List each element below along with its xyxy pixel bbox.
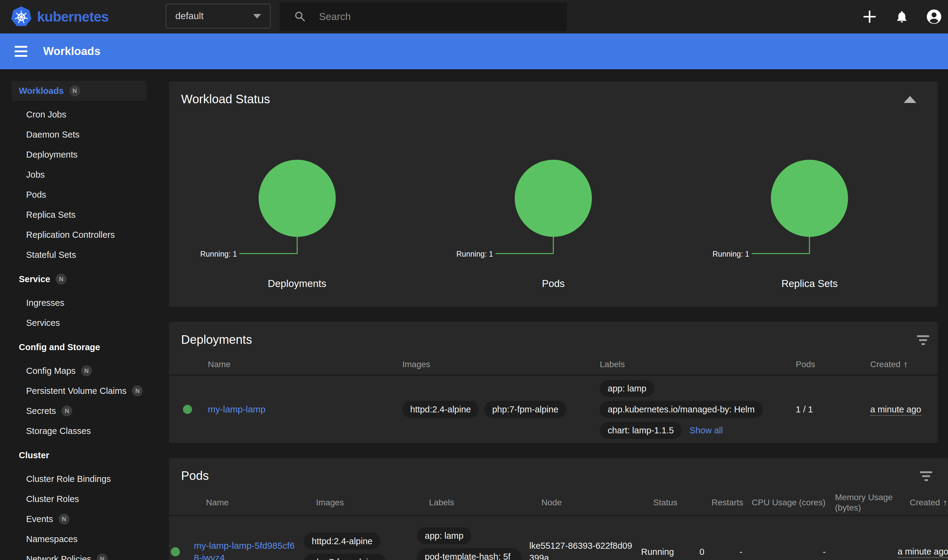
sidebar-item-persistent-volume-claims[interactable]: Persistent Volume ClaimsN: [0, 381, 158, 401]
sidebar-item-label: Persistent Volume Claims: [26, 386, 126, 396]
label-chip: pod-template-hash: 5fd985cf68: [417, 548, 521, 560]
sidebar-item-label: Cluster: [19, 450, 49, 460]
kubernetes-brand[interactable]: kubernetes: [11, 0, 108, 34]
sidebar-item-label: Jobs: [26, 170, 45, 180]
new-resource-badge: N: [132, 385, 143, 396]
column-header-memory[interactable]: Memory Usage (bytes): [835, 492, 910, 513]
deployment-name-link[interactable]: my-lamp-lamp: [208, 403, 275, 415]
pie-slice-label: Running: 1: [456, 250, 493, 258]
sidebar-item-config-and-storage[interactable]: Config and Storage: [0, 337, 158, 357]
memory-usage-cell: -: [823, 546, 897, 558]
sidebar-item-daemon-sets[interactable]: Daemon Sets: [0, 125, 158, 145]
user-avatar-icon[interactable]: [926, 9, 942, 25]
sidebar-item-services[interactable]: Services: [0, 313, 158, 333]
header-actions: [862, 0, 942, 34]
image-chip: php:7-fpm-alpine: [304, 554, 386, 560]
sidebar-item-replica-sets[interactable]: Replica Sets: [0, 205, 158, 225]
deployments-card-title: Deployments: [169, 322, 938, 354]
sidebar-item-label: Service: [19, 274, 50, 284]
workload-status-title: Workload Status: [169, 82, 938, 113]
workload-status-charts: Running: 1 Deployments Running: 1 Pods: [169, 159, 938, 289]
sidebar-item-label: Workloads: [19, 86, 64, 96]
column-header-created[interactable]: Created↑: [910, 497, 948, 508]
notifications-bell-icon[interactable]: [894, 9, 910, 25]
sidebar-item-label: Cluster Roles: [26, 494, 79, 504]
sidebar-item-deployments[interactable]: Deployments: [0, 145, 158, 165]
running-status-dot: [183, 405, 192, 414]
sidebar-item-label: Pods: [26, 190, 46, 200]
sidebar-item-pods[interactable]: Pods: [0, 185, 158, 205]
page-title: Workloads: [43, 45, 100, 58]
filter-icon[interactable]: [920, 471, 932, 481]
top-app-bar: kubernetes default: [0, 0, 948, 34]
sidebar-item-workloads[interactable]: WorkloadsN: [12, 81, 146, 101]
sidebar-item-network-policies[interactable]: Network PoliciesN: [0, 549, 158, 560]
pod-table-row: my-lamp-lamp-5fd985cf68-jwvz4 httpd:2.4-…: [169, 516, 948, 560]
column-header-created[interactable]: Created↑: [870, 359, 938, 369]
sidebar-item-replication-controllers[interactable]: Replication Controllers: [0, 225, 158, 245]
image-chip: php:7-fpm-alpine: [484, 401, 566, 418]
chart-title: Pods: [425, 278, 681, 289]
deployment-table-row: my-lamp-lamp httpd:2.4-alpine php:7-fpm-…: [169, 376, 938, 444]
sidebar-item-storage-classes[interactable]: Storage Classes: [0, 421, 158, 441]
sidebar-item-label: Secrets: [26, 406, 56, 416]
sidebar-item-cron-jobs[interactable]: Cron Jobs: [0, 105, 158, 125]
sidebar-item-secrets[interactable]: SecretsN: [0, 401, 158, 421]
pie-chart-svg: Running: 1: [450, 159, 657, 268]
column-header-images[interactable]: Images: [316, 497, 429, 508]
pods-card: Pods Name Images Labels Node Status Rest…: [169, 458, 948, 560]
sidebar-item-label: Deployments: [26, 150, 77, 160]
status-cell: Running: [641, 546, 700, 558]
pods-count-cell: 1 / 1: [796, 403, 870, 415]
sidebar-item-service[interactable]: ServiceN: [0, 269, 158, 289]
sidebar-item-namespaces[interactable]: Namespaces: [0, 529, 158, 549]
column-header-name[interactable]: Name: [206, 497, 316, 508]
collapse-card-icon[interactable]: [903, 96, 916, 103]
sidebar-item-cluster[interactable]: Cluster: [0, 445, 158, 465]
sidebar-item-label: Daemon Sets: [26, 130, 80, 140]
sidebar-item-events[interactable]: EventsN: [0, 509, 158, 529]
column-header-labels[interactable]: Labels: [600, 359, 796, 369]
sidebar-item-label: Storage Classes: [26, 426, 91, 436]
sidebar-item-label: Ingresses: [26, 298, 65, 308]
label-chip: chart: lamp-1.1.5: [600, 422, 682, 439]
column-header-name[interactable]: Name: [208, 359, 402, 369]
column-header-labels[interactable]: Labels: [429, 497, 541, 508]
column-header-images[interactable]: Images: [402, 359, 600, 369]
search-input[interactable]: [319, 11, 550, 23]
sidebar-item-ingresses[interactable]: Ingresses: [0, 293, 158, 313]
search-bar[interactable]: [279, 2, 567, 31]
show-all-link[interactable]: Show all: [690, 425, 723, 435]
chart-title: Deployments: [169, 278, 425, 289]
sort-ascending-icon: ↑: [903, 360, 908, 369]
filter-icon[interactable]: [917, 335, 929, 345]
sidebar-item-label: Cluster Role Bindings: [26, 474, 111, 484]
pie-chart-svg: Running: 1: [706, 159, 913, 268]
sidebar-item-stateful-sets[interactable]: Stateful Sets: [0, 245, 158, 265]
sidebar-item-jobs[interactable]: Jobs: [0, 165, 158, 185]
namespace-selector[interactable]: default: [166, 4, 271, 29]
label-chip: app: lamp: [417, 527, 471, 544]
images-cell: httpd:2.4-alpine php:7-fpm-alpine: [304, 528, 417, 560]
column-header-status[interactable]: Status: [653, 497, 712, 508]
column-header-restarts[interactable]: Restarts: [712, 497, 752, 508]
sidebar-item-cluster-roles[interactable]: Cluster Roles: [0, 489, 158, 509]
replica-sets-pie-chart: Running: 1 Replica Sets: [681, 159, 938, 289]
pod-name-link[interactable]: my-lamp-lamp-5fd985cf68-jwvz4: [194, 540, 304, 560]
labels-cell: app: lamp app.kubernetes.io/managed-by: …: [600, 376, 796, 443]
new-resource-badge: N: [69, 85, 80, 96]
column-header-pods[interactable]: Pods: [796, 359, 870, 369]
search-icon: [293, 10, 307, 23]
create-new-resource-icon[interactable]: [862, 9, 877, 25]
sidebar-item-label: Replica Sets: [26, 210, 76, 220]
deployments-card: Deployments Name Images Labels Pods Crea…: [169, 322, 938, 444]
sidebar-item-config-maps[interactable]: Config MapsN: [0, 361, 158, 381]
column-header-node[interactable]: Node: [541, 497, 653, 508]
column-header-cpu[interactable]: CPU Usage (cores): [752, 497, 835, 508]
menu-icon[interactable]: [13, 44, 29, 58]
sidebar-item-label: Config and Storage: [19, 342, 100, 352]
label-chip: app: lamp: [600, 380, 654, 397]
chevron-down-icon: [253, 14, 261, 18]
images-cell: httpd:2.4-alpine php:7-fpm-alpine: [402, 401, 600, 418]
sidebar-item-cluster-role-bindings[interactable]: Cluster Role Bindings: [0, 469, 158, 489]
